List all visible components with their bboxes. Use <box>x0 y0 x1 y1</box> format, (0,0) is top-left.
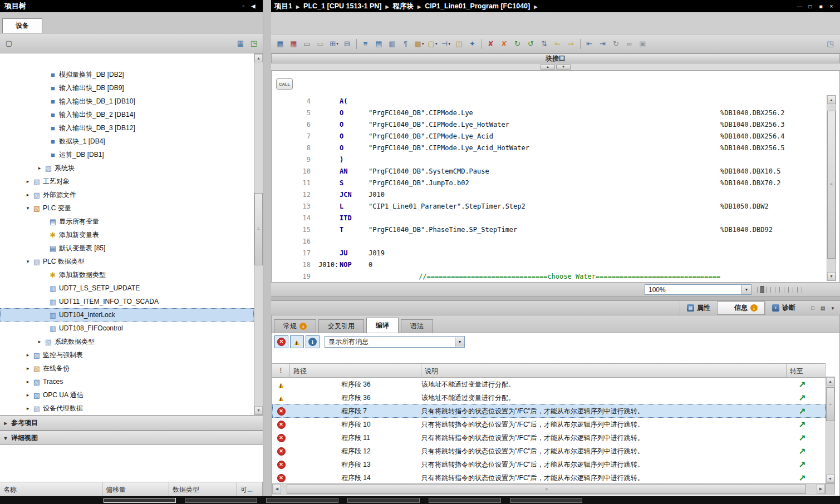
zoom-combobox[interactable]: 100% ▼ <box>645 284 751 295</box>
compare-blocks-icon[interactable]: ▭ <box>314 38 327 50</box>
call-badge[interactable]: CALL <box>276 78 293 90</box>
tree-item[interactable]: ■ 数据块_1 [DB4] <box>0 135 254 148</box>
synchronize-icon[interactable]: ⇅ <box>538 38 551 50</box>
horizontal-splitter[interactable] <box>271 297 840 300</box>
tree-item[interactable]: ✱ 添加新变量表 <box>0 228 254 241</box>
scroll-up-icon[interactable]: ▲ <box>254 54 263 62</box>
collapse-interface-icon[interactable]: ▼ <box>556 65 571 70</box>
scrollbar-thumb[interactable]: ≡ <box>254 193 263 265</box>
tree-item[interactable]: ▥ UDT11_ITEM_INFO_TO_SCADA <box>0 295 254 308</box>
tree-item[interactable]: ▾ ▧ PLC 数据类型 <box>0 255 254 268</box>
edit-network-title-icon[interactable]: ▭ <box>301 38 314 50</box>
tree-expander-icon[interactable]: ▸ <box>36 165 43 171</box>
tree-item[interactable]: ■ 输入输出快_DB_2 [DB14] <box>0 108 254 121</box>
details-column-header[interactable]: 数据类型 <box>169 482 237 496</box>
breadcrumb-segment[interactable]: 项目1 <box>274 2 303 11</box>
maximize-panel-icon[interactable]: ▤ <box>818 304 828 313</box>
code-line[interactable]: 17 JU J019 <box>272 248 826 259</box>
tree-item[interactable]: ✱ 添加新数据类型 <box>0 268 254 281</box>
error-filter-button[interactable] <box>274 335 288 348</box>
scroll-down-icon[interactable]: ▼ <box>254 406 263 414</box>
code-line[interactable]: 8 O "PrgFC1040_DB".CIPMode.Lye_Acid_HotW… <box>272 142 826 154</box>
message-row[interactable]: 程序段 36 该地址不能通过变量进行分配。 ↗ <box>272 378 826 391</box>
collapse-panel-icon[interactable]: ▾ <box>828 304 838 313</box>
pin-panel-icon[interactable]: ▫ <box>238 2 248 11</box>
breadcrumb-segment[interactable]: CIP1_Line01_Program [FC1040] <box>425 2 541 10</box>
subtab-compile[interactable]: 编译 i <box>366 318 399 333</box>
message-row[interactable]: 程序段 7 只有将跳转指令的状态位设置为"/FC"后，才能从布尔逻辑序列中进行跳… <box>272 404 826 418</box>
tree-expander-icon[interactable]: ▸ <box>24 179 32 184</box>
tree-item[interactable]: ■ 输入输出快_DB_1 [DB10] <box>0 95 254 108</box>
code-line[interactable]: 15 T "PrgFC1040_DB".PhaseTime.SP_StepTim… <box>272 224 826 236</box>
scroll-down-icon[interactable]: ▼ <box>827 272 836 280</box>
editor-scrollbar[interactable]: ▲ ≡ ▼ <box>827 95 836 281</box>
scrollbar-track[interactable]: ≡ <box>827 104 836 272</box>
collapse-left-panel-icon[interactable]: ◀ <box>248 2 258 11</box>
jump-to-next-icon[interactable]: ⇒ <box>564 38 578 50</box>
taskbar-item[interactable] <box>347 498 420 503</box>
tree-item[interactable]: ▸ ▧ 监控与强制表 <box>0 348 254 362</box>
close-window-icon[interactable]: × <box>826 2 837 11</box>
path-column-header[interactable]: 路径 <box>290 364 421 377</box>
tree-item[interactable]: ▾ ▧ PLC 变量 <box>0 201 254 215</box>
tree-expander-icon[interactable]: ▸ <box>24 406 32 411</box>
details-view-header[interactable]: ▾ 详细视图 <box>0 431 263 445</box>
go-to-error-icon[interactable]: ↗ <box>799 379 806 389</box>
expand-interface-icon[interactable]: ▲ <box>541 65 555 70</box>
tree-item[interactable]: ▸ ▧ 外部源文件 <box>0 188 254 201</box>
taskbar-item[interactable] <box>510 498 582 503</box>
split-view-vertical-icon[interactable]: ▥ <box>386 38 399 50</box>
tree-expander-icon[interactable]: ▸ <box>24 192 32 197</box>
insert-block-call-icon[interactable]: ▩▾ <box>412 38 426 50</box>
zoom-slider-thumb[interactable] <box>760 286 764 293</box>
tree-expander-icon[interactable]: ▾ <box>24 205 32 211</box>
next-error-icon[interactable]: ✘ <box>498 38 511 50</box>
project-tree-scrollbar[interactable]: ▲ ≡ ▼ <box>254 53 263 415</box>
message-row[interactable]: 程序段 36 该地址不能通过变量进行分配。 ↗ <box>272 391 826 404</box>
grid-view-icon[interactable]: ▦ <box>234 37 247 50</box>
align-lines-icon[interactable]: ≡ <box>359 38 372 50</box>
messages-scrollbar[interactable]: ▲ ≡ ▼ <box>826 377 835 483</box>
tab-properties[interactable]: 属性 i <box>680 302 717 315</box>
consistency-check-icon[interactable]: ↺ <box>524 38 538 50</box>
scroll-up-icon[interactable]: ▲ <box>827 96 836 104</box>
tree-expander-icon[interactable]: ▸ <box>24 392 32 398</box>
warning-filter-button[interactable] <box>290 335 304 348</box>
filter-dropdown-icon[interactable]: ▼ <box>455 337 464 347</box>
minimize-window-icon[interactable]: — <box>794 2 805 11</box>
message-row[interactable]: 程序段 13 只有将跳转指令的状态位设置为"/FC"后，才能从布尔逻辑序列中进行… <box>272 458 826 471</box>
tree-item[interactable]: ▤ 默认变量表 [85] <box>0 241 254 255</box>
block-interface-header[interactable]: 块接口 <box>271 53 840 63</box>
insert-jump-label-icon[interactable]: ⊣▾ <box>439 38 453 50</box>
tree-item[interactable]: ▸ ▧ 工艺对象 <box>0 175 254 188</box>
view-options-icon[interactable]: ▢ <box>2 37 16 50</box>
open-object-icon[interactable]: ◳ <box>247 37 261 50</box>
subtab-cross-references[interactable]: 交叉引用 i <box>318 319 364 333</box>
tab-info[interactable]: 信息 i <box>717 302 765 315</box>
code-line[interactable]: 14 ITD <box>272 213 826 224</box>
tree-item[interactable]: ■ 输入输出快_DB_3 [DB12] <box>0 121 254 135</box>
open-in-editor-icon[interactable]: ◳ <box>824 38 837 50</box>
reference-projects-header[interactable]: ▸ 参考项目 <box>0 415 263 431</box>
insert-row-icon[interactable]: ⊞▾ <box>327 38 341 50</box>
code-line[interactable]: 6 O "PrgFC1040_DB".CIPMode.Lye_HotWater … <box>272 119 826 131</box>
tree-expander-icon[interactable]: ▾ <box>24 259 32 264</box>
previous-error-icon[interactable]: ✘ <box>484 38 498 50</box>
insert-empty-box-icon[interactable]: ▢▾ <box>426 38 439 50</box>
scrollbar-track[interactable]: ≡ <box>826 386 834 475</box>
go-to-definition-icon[interactable]: ⇤ <box>583 38 596 50</box>
tree-item[interactable]: ▥ UDT104_InterLock <box>0 308 254 322</box>
update-block-calls-icon[interactable]: ↻ <box>511 38 524 50</box>
message-filter-combobox[interactable]: 显示所有消息 ▼ <box>325 336 465 348</box>
go-to-error-icon[interactable]: ↗ <box>799 393 806 402</box>
maximize-window-icon[interactable]: ■ <box>816 2 826 11</box>
message-row[interactable]: 程序段 14 只有将跳转指令的状态位设置为"/FC"后，才能从布尔逻辑序列中进行… <box>272 471 826 485</box>
taskbar-item[interactable] <box>104 498 176 503</box>
go-to-error-icon[interactable]: ↗ <box>799 473 806 482</box>
code-line[interactable]: 11 S "PrgFC1040_DB".JumpTo.b02 %DB1040.D… <box>272 177 826 189</box>
tree-item[interactable]: ▸ ▧ 在线备份 <box>0 362 254 375</box>
delete-network-icon[interactable]: ▦ <box>287 38 301 50</box>
subtab-syntax[interactable]: 语法 i <box>401 319 433 333</box>
details-column-header[interactable]: 可... <box>237 482 263 496</box>
code-line[interactable]: 16 <box>272 236 826 248</box>
